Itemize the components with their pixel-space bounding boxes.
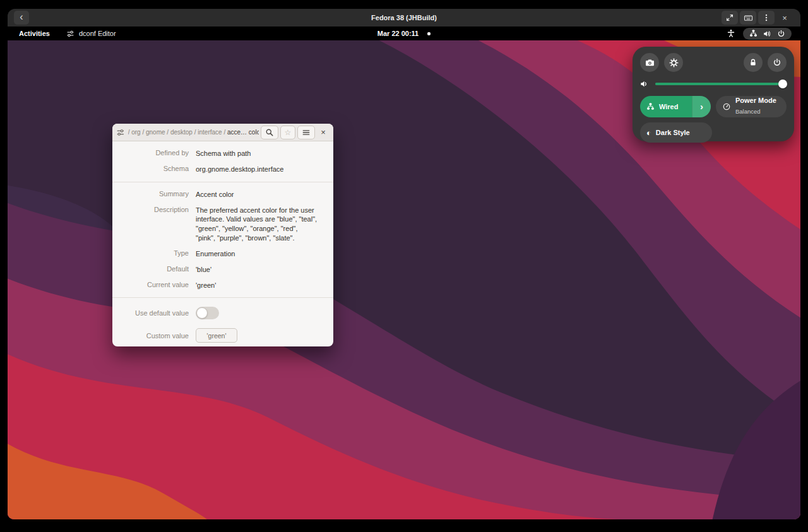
search-icon	[265, 128, 274, 137]
vm-menu-button[interactable]	[758, 11, 775, 25]
dark-style-icon: ◐	[646, 129, 651, 137]
screen: ‹ Fedora 38 (JHBuild)	[0, 0, 808, 532]
wired-network-icon	[646, 103, 655, 111]
search-button[interactable]	[261, 126, 278, 139]
row-current-value: Current value 'green'	[112, 278, 333, 293]
fullscreen-icon	[725, 13, 734, 22]
back-chevron-icon: ‹	[20, 12, 23, 22]
gear-icon	[669, 58, 679, 68]
vm-keyboard-button[interactable]	[740, 11, 756, 25]
keyboard-icon	[744, 13, 753, 23]
row-schema: Schema org.gnome.desktop.interface	[112, 162, 333, 177]
power-mode-icon	[722, 102, 731, 111]
dconf-close-button[interactable]: ×	[317, 126, 330, 139]
vm-window: ‹ Fedora 38 (JHBuild)	[8, 9, 800, 519]
toggle-knob	[196, 307, 208, 319]
vm-fullscreen-button[interactable]	[722, 11, 738, 25]
star-icon: ☆	[285, 128, 292, 137]
wired-network-icon	[749, 30, 758, 38]
kebab-menu-icon	[762, 13, 771, 22]
dconf-headerbar: / org / gnome / desktop / interface / ac…	[112, 124, 333, 141]
app-menu-button[interactable]: dconf Editor	[66, 30, 116, 38]
bookmark-button[interactable]: ☆	[280, 126, 295, 139]
row-description: Description The preferred accent color f…	[112, 203, 333, 246]
power-icon	[777, 30, 785, 38]
settings-button[interactable]	[664, 53, 683, 72]
dconf-app-icon	[66, 30, 74, 38]
row-custom-value: Custom value 'green'	[112, 324, 333, 346]
dconf-icon	[116, 128, 125, 137]
activities-button[interactable]: Activities	[19, 30, 50, 37]
accessibility-icon[interactable]	[727, 29, 735, 38]
close-icon: ×	[321, 127, 326, 137]
dconf-key-details: Defined by Schema with path Schema org.g…	[112, 141, 333, 346]
volume-icon	[763, 30, 771, 38]
vm-window-title: Fedora 38 (JHBuild)	[8, 14, 800, 21]
custom-value-dropdown[interactable]: 'green'	[196, 328, 237, 343]
row-default: Default 'blue'	[112, 262, 333, 278]
notification-dot-icon	[427, 32, 431, 35]
camera-icon	[645, 58, 655, 68]
hamburger-icon	[302, 128, 311, 137]
hamburger-menu-button[interactable]	[297, 126, 315, 139]
speaker-icon	[640, 80, 649, 88]
use-default-toggle[interactable]	[196, 307, 219, 319]
vm-close-button[interactable]: ×	[776, 11, 793, 25]
wired-expand-button[interactable]: ›	[692, 96, 711, 117]
volume-fill	[655, 83, 783, 85]
wired-network-tile[interactable]: Wired ›	[640, 96, 711, 117]
volume-slider[interactable]	[655, 83, 787, 85]
chevron-right-icon: ›	[700, 101, 703, 112]
screenshot-button[interactable]	[640, 53, 659, 72]
clock[interactable]: Mar 22 00:11	[377, 30, 419, 37]
lock-button[interactable]	[744, 53, 763, 72]
app-menu-label: dconf Editor	[79, 30, 116, 37]
system-status-area[interactable]	[743, 28, 792, 40]
close-icon: ×	[782, 13, 787, 23]
power-button[interactable]	[768, 53, 787, 72]
power-mode-tile[interactable]: Power Mode Balanced	[716, 96, 787, 117]
lock-icon	[749, 58, 758, 67]
row-type: Type Enumeration	[112, 246, 333, 262]
row-defined-by: Defined by Schema with path	[112, 146, 333, 162]
vm-back-button[interactable]: ‹	[14, 11, 29, 25]
breadcrumb-key: acce… color	[227, 129, 259, 136]
volume-knob[interactable]	[778, 80, 787, 88]
breadcrumb[interactable]: / org / gnome / desktop / interface / ac…	[128, 129, 259, 136]
gnome-top-bar: Activities dconf Editor Mar 22 00:11	[8, 27, 800, 40]
row-summary: Summary Accent color	[112, 187, 333, 203]
dconf-editor-window: / org / gnome / desktop / interface / ac…	[112, 124, 333, 346]
power-icon	[773, 58, 781, 67]
breadcrumb-path: / org / gnome / desktop / interface /	[128, 129, 227, 136]
quick-settings-panel: Wired › Power Mode Balanced	[633, 47, 794, 141]
dark-style-tile[interactable]: ◐ Dark Style	[640, 122, 712, 143]
vm-titlebar: ‹ Fedora 38 (JHBuild)	[8, 9, 800, 27]
row-use-default: Use default value	[112, 302, 333, 324]
